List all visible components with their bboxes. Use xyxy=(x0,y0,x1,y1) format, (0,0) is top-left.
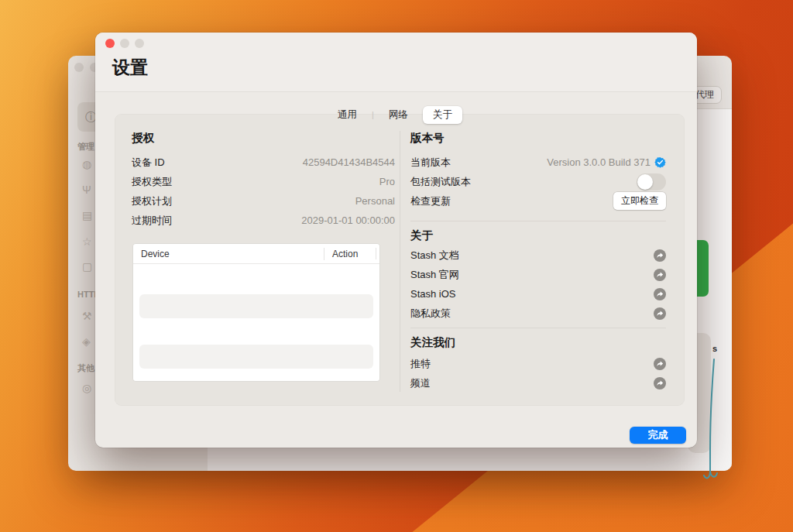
license-type-row: 授权类型 Pro xyxy=(132,172,395,191)
close-icon xyxy=(74,63,84,72)
link-label: 推特 xyxy=(410,357,431,371)
link-privacy-policy[interactable]: 隐私政策 xyxy=(410,304,666,323)
tab-network[interactable]: 网络 xyxy=(381,106,416,124)
license-plan-label: 授权计划 xyxy=(132,194,172,208)
table-row xyxy=(139,345,373,369)
dialog-header xyxy=(95,33,697,92)
license-plan-value: Personal xyxy=(355,195,395,207)
external-link-icon[interactable] xyxy=(654,269,666,281)
close-icon[interactable] xyxy=(105,39,115,48)
settings-tabbar: 通用 | 网络 关于 xyxy=(95,106,697,123)
dialog-traffic-lights xyxy=(105,39,144,48)
link-channel[interactable]: 频道 xyxy=(410,373,666,393)
tab-separator: | xyxy=(372,110,374,119)
link-label: Stash 文档 xyxy=(410,249,459,263)
desktop: ⓘ 管理 ◍ Ψ ▤ ☆ ▢ HTTP ⚒ ◈ 其他 ◎ 代理 s 设置 通用 … xyxy=(0,0,793,532)
column-action: Action xyxy=(324,248,379,260)
sidebar-group-manage: 管理 xyxy=(77,141,94,153)
column-end-divider xyxy=(376,248,376,259)
license-plan-row: 授权计划 Personal xyxy=(132,191,395,211)
link-twitter[interactable]: 推特 xyxy=(410,354,666,373)
beta-label: 包括测试版本 xyxy=(410,175,471,189)
settings-dialog: 设置 通用 | 网络 关于 授权 设备 ID 42594D41434B4544 … xyxy=(95,33,697,448)
device-table: Device Action xyxy=(133,244,379,381)
column-divider xyxy=(400,131,400,392)
traffic-chart-line xyxy=(702,358,719,486)
link-label: Stash 官网 xyxy=(410,268,459,282)
external-link-icon[interactable] xyxy=(654,358,666,370)
section-divider xyxy=(410,328,666,328)
link-label: 隐私政策 xyxy=(410,307,451,321)
link-label: 频道 xyxy=(410,376,431,390)
expiry-value: 2029-01-01 00:00:00 xyxy=(301,215,395,226)
license-type-value: Pro xyxy=(379,176,395,187)
traffic-unit-label: s xyxy=(712,344,717,353)
update-label: 检查更新 xyxy=(410,194,451,208)
done-button[interactable]: 完成 xyxy=(630,427,686,444)
page-title: 设置 xyxy=(112,56,148,80)
verified-badge-icon xyxy=(654,156,666,168)
beta-row: 包括测试版本 xyxy=(410,172,666,191)
update-row: 检查更新 立即检查 xyxy=(410,191,666,211)
current-version-value: Version 3.0.0 Build 371 xyxy=(547,156,651,168)
hammer-icon[interactable]: ⚒ xyxy=(82,311,92,321)
zoom-icon xyxy=(135,39,144,48)
about-panel: 授权 设备 ID 42594D41434B4544 授权类型 Pro 授权计划 … xyxy=(115,114,685,406)
external-link-icon[interactable] xyxy=(654,307,666,320)
check-update-button[interactable]: 立即检查 xyxy=(613,192,666,210)
table-row xyxy=(139,294,373,318)
external-link-icon[interactable] xyxy=(654,249,666,262)
external-link-icon[interactable] xyxy=(654,377,666,390)
expiry-label: 过期时间 xyxy=(132,214,172,228)
link-stash-ios[interactable]: Stash iOS xyxy=(410,284,666,304)
expiry-row: 过期时间 2029-01-01 00:00:00 xyxy=(132,211,395,230)
device-id-row: 设备 ID 42594D41434B4544 xyxy=(132,153,395,172)
external-link-icon[interactable] xyxy=(654,288,666,300)
globe-icon[interactable]: ◍ xyxy=(82,159,91,170)
lock-icon[interactable]: ◈ xyxy=(82,336,91,347)
follow-heading: 关注我们 xyxy=(410,335,455,350)
card-icon[interactable]: ▤ xyxy=(82,210,92,221)
player-icon[interactable]: ◎ xyxy=(82,383,91,393)
document-icon[interactable]: ▢ xyxy=(82,261,92,272)
device-table-header: Device Action xyxy=(133,244,379,264)
column-device: Device xyxy=(133,249,324,259)
toggle-knob xyxy=(637,174,653,190)
device-id-label: 设备 ID xyxy=(132,156,165,170)
license-type-label: 授权类型 xyxy=(132,175,172,189)
version-heading: 版本号 xyxy=(410,131,445,146)
tab-general[interactable]: 通用 xyxy=(330,106,365,124)
link-label: Stash iOS xyxy=(410,288,456,300)
tab-about[interactable]: 关于 xyxy=(423,106,462,124)
sidebar-group-other: 其他 xyxy=(77,362,94,374)
splitter-icon[interactable]: Ψ xyxy=(82,184,91,195)
link-stash-docs[interactable]: Stash 文档 xyxy=(410,245,666,265)
about-heading: 关于 xyxy=(410,228,433,243)
section-divider xyxy=(410,221,666,221)
minimize-icon xyxy=(120,39,129,48)
current-version-label: 当前版本 xyxy=(410,156,451,170)
device-id-value: 42594D41434B4544 xyxy=(303,156,395,168)
link-stash-website[interactable]: Stash 官网 xyxy=(410,265,666,284)
authorization-heading: 授权 xyxy=(132,131,154,146)
beta-toggle[interactable] xyxy=(637,173,666,190)
current-version-row: 当前版本 Version 3.0.0 Build 371 xyxy=(410,153,666,172)
star-icon[interactable]: ☆ xyxy=(82,236,92,247)
